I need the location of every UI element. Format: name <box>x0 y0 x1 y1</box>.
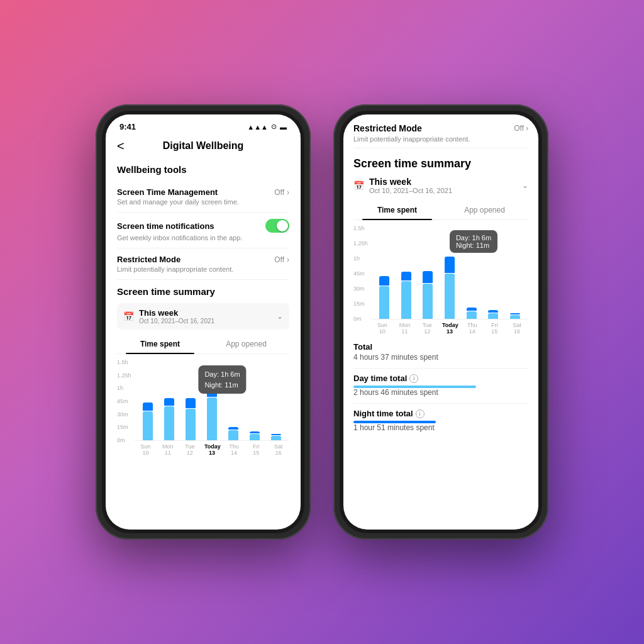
day-time-value: 2 hours 46 minutes spent <box>353 388 528 397</box>
tab-time-spent[interactable]: Time spent <box>117 335 203 353</box>
right-x-mon: Mon11 <box>397 322 413 335</box>
left-week-selector[interactable]: 📅 This week Oct 10, 2021–Oct 16, 2021 ⌄ <box>117 303 289 330</box>
night-time-stat: Night time total i 1 hour 51 minutes spe… <box>353 409 528 432</box>
page-title: Digital Wellbeing <box>163 140 244 152</box>
x-label-today: Today13 <box>204 443 219 456</box>
right-bar-night-fri <box>488 310 498 313</box>
left-tabs: Time spent App opened <box>117 335 289 354</box>
x-label-sun: Sun10 <box>138 443 153 456</box>
right-bar-sun <box>379 225 389 319</box>
tab-app-opened[interactable]: App opened <box>203 335 289 353</box>
bar-day-today <box>207 397 217 440</box>
right-tabs: Time spent App opened <box>353 201 528 220</box>
right-bar-sat <box>510 225 520 319</box>
restricted-mode-right: Off › <box>274 255 289 264</box>
day-time-label: Day time total i <box>353 374 528 383</box>
bar-col-sun <box>143 359 153 440</box>
right-chart-container: Day: 1h 6m Night: 11m 1.5h 1.25h 1h 45m … <box>353 225 528 335</box>
night-info-icon[interactable]: i <box>416 409 425 418</box>
day-time-stat: Day time total i 2 hours 46 minutes spen… <box>353 374 528 397</box>
right-bar-night-sun <box>379 276 389 286</box>
phones-container: 9:41 ▲▲▲ ⊙ ▬ < Digital Wellbeing Wellbei… <box>96 104 548 540</box>
right-bar-day-today <box>445 274 455 319</box>
right-bar-night-sat <box>510 313 520 314</box>
left-week-label: This week <box>139 308 214 318</box>
right-bar-day-sat <box>510 315 520 319</box>
screen-time-notif-title: Screen time notifications <box>117 221 214 231</box>
x-label-mon: Mon11 <box>160 443 175 456</box>
tooltip-day: Day: 1h 6m <box>204 369 240 380</box>
right-tab-time-spent[interactable]: Time spent <box>353 201 441 219</box>
right-x-labels: Sun10 Mon11 Tue12 Today13 Thu14 Fri15 Sa… <box>371 322 528 335</box>
left-chart-container: Day: 1h 6m Night: 11m 1.5h 1.25h 1h 45m … <box>117 359 289 456</box>
night-time-label: Night time total i <box>353 409 528 418</box>
right-chart-tooltip: Day: 1h 6m Night: 11m <box>450 230 497 253</box>
stats-section: Total 4 hours 37 minutes spent Day time … <box>353 342 528 432</box>
right-x-fri: Fri15 <box>487 322 502 335</box>
right-calendar-icon: 📅 <box>353 180 364 191</box>
restricted-mode-item[interactable]: Restricted Mode Off › Limit potentially … <box>117 248 289 280</box>
left-x-labels: Sun10 Mon11 Tue12 Today13 Thu14 Fri15 Sa… <box>135 443 289 456</box>
screen-time-notif-desc: Get weekly inbox notifications in the ap… <box>117 234 289 242</box>
restricted-mode-title: Restricted Mode <box>117 255 180 264</box>
bar-day-fri <box>250 434 260 440</box>
right-restricted-mode-title: Restricted Mode <box>353 123 422 133</box>
day-info-icon[interactable]: i <box>409 374 418 383</box>
bar-col-mon <box>164 359 174 440</box>
right-bar-night-mon <box>401 272 411 280</box>
bar-day-tue <box>186 409 196 440</box>
stat-divider-1 <box>353 368 528 369</box>
right-bar-mon <box>401 225 411 319</box>
left-screen-content: < Digital Wellbeing Wellbeing tools Scre… <box>106 135 301 525</box>
right-chart-inner: 1.5h 1.25h 1h 45m 30m 15m 0m <box>353 225 528 335</box>
restricted-mode-right-value[interactable]: Off › <box>514 124 528 133</box>
right-bar-day-fri <box>488 313 498 319</box>
signal-icon: ▲▲▲ <box>247 123 268 131</box>
right-restricted-mode-header: Restricted Mode Off › Limit potentially … <box>353 114 528 148</box>
right-x-thu: Thu14 <box>465 322 480 335</box>
bar-night-mon <box>164 398 174 406</box>
screen-time-mgmt-desc: Set and manage your daily screen time. <box>117 198 289 206</box>
left-summary-section: Screen time summary 📅 This week Oct 10, … <box>117 286 289 456</box>
arrow-icon-2: › <box>287 255 289 264</box>
notifications-toggle[interactable] <box>265 219 289 233</box>
right-week-date: Oct 10, 2021–Oct 16, 2021 <box>369 187 452 194</box>
right-tooltip-night: Night: 11m <box>456 242 491 249</box>
night-time-value: 1 hour 51 minutes spent <box>353 423 528 432</box>
screen-time-notif-item: Screen time notifications Get weekly inb… <box>117 213 289 248</box>
back-button[interactable]: < <box>117 139 125 153</box>
bar-night-tue <box>186 398 196 408</box>
left-phone-inner: 9:41 ▲▲▲ ⊙ ▬ < Digital Wellbeing Wellbei… <box>102 111 304 533</box>
bar-night-sat <box>271 434 281 435</box>
right-tab-app-opened[interactable]: App opened <box>441 201 528 219</box>
right-bar-day-tue <box>423 284 433 319</box>
right-week-selector[interactable]: 📅 This week Oct 10, 2021–Oct 16, 2021 ⌄ <box>353 177 528 194</box>
tooltip-night: Night: 11m <box>204 380 240 391</box>
screen-time-mgmt-right: Off › <box>274 188 289 197</box>
screen-time-mgmt-title: Screen Time Management <box>117 187 218 197</box>
left-status-icons: ▲▲▲ ⊙ ▬ <box>247 123 287 131</box>
left-week-date: Oct 10, 2021–Oct 16, 2021 <box>139 318 214 325</box>
right-bar-night-today <box>445 257 455 273</box>
restricted-mode-title-row: Restricted Mode Off › <box>353 123 528 133</box>
arrow-icon-right: › <box>526 124 528 133</box>
bar-day-sat <box>271 436 281 440</box>
left-summary-title: Screen time summary <box>117 286 289 297</box>
right-restricted-mode-desc: Limit potentially inappropriate content. <box>353 135 528 143</box>
right-week-selector-left: 📅 This week Oct 10, 2021–Oct 16, 2021 <box>353 177 452 194</box>
right-x-tue: Tue12 <box>419 322 435 335</box>
battery-icon: ▬ <box>280 123 287 131</box>
left-phone-wrapper: 9:41 ▲▲▲ ⊙ ▬ < Digital Wellbeing Wellbei… <box>96 104 311 540</box>
screen-time-mgmt-item[interactable]: Screen Time Management Off › Set and man… <box>117 181 289 213</box>
left-chart-y-labels: 1.5h 1.25h 1h 45m 30m 15m 0m <box>117 359 131 443</box>
bar-night-fri <box>250 431 260 433</box>
bar-col-sat <box>271 359 281 440</box>
bar-day-thu <box>228 430 238 440</box>
right-chart-bars-wrapper: Sun10 Mon11 Tue12 Today13 Thu14 Fri15 Sa… <box>353 225 528 335</box>
bar-night-thu <box>228 427 238 430</box>
right-chevron-down-icon: ⌄ <box>522 181 528 190</box>
left-page-header: < Digital Wellbeing <box>117 135 289 159</box>
right-phone-inner: Restricted Mode Off › Limit potentially … <box>340 111 542 533</box>
right-x-today: Today13 <box>442 322 457 335</box>
right-bar-day-mon <box>401 281 411 319</box>
